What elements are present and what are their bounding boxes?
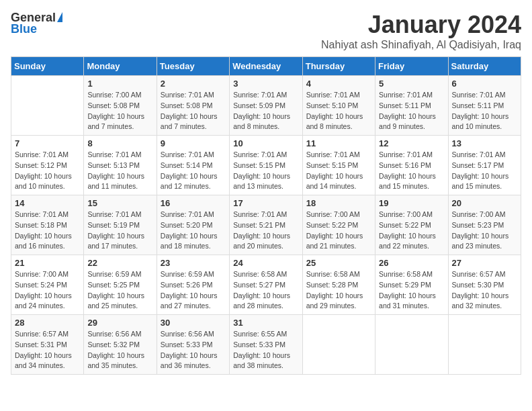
calendar-header-row: SundayMondayTuesdayWednesdayThursdayFrid…: [11, 57, 521, 76]
calendar-cell: [302, 315, 375, 375]
calendar-cell: 2Sunrise: 7:01 AMSunset: 5:08 PMDaylight…: [157, 76, 229, 136]
day-info: Sunrise: 7:01 AMSunset: 5:15 PMDaylight:…: [233, 150, 298, 192]
day-of-week-header: Monday: [84, 57, 157, 76]
day-number: 21: [15, 258, 80, 268]
day-info: Sunrise: 6:55 AMSunset: 5:33 PMDaylight:…: [233, 329, 298, 371]
calendar-cell: 11Sunrise: 7:01 AMSunset: 5:15 PMDayligh…: [302, 136, 375, 195]
calendar-cell: 3Sunrise: 7:01 AMSunset: 5:09 PMDaylight…: [230, 76, 302, 136]
calendar-cell: 13Sunrise: 7:01 AMSunset: 5:17 PMDayligh…: [448, 136, 521, 195]
calendar-cell: 26Sunrise: 6:58 AMSunset: 5:29 PMDayligh…: [375, 255, 448, 315]
day-info: Sunrise: 7:01 AMSunset: 5:16 PMDaylight:…: [379, 150, 444, 192]
calendar-cell: 22Sunrise: 6:59 AMSunset: 5:25 PMDayligh…: [84, 255, 157, 315]
day-number: 4: [306, 79, 371, 89]
day-number: 11: [306, 138, 371, 148]
calendar-cell: 31Sunrise: 6:55 AMSunset: 5:33 PMDayligh…: [230, 315, 302, 375]
calendar-cell: 30Sunrise: 6:56 AMSunset: 5:33 PMDayligh…: [157, 315, 229, 375]
month-title: January 2024: [321, 11, 521, 39]
day-info: Sunrise: 7:01 AMSunset: 5:12 PMDaylight:…: [15, 150, 80, 192]
calendar-cell: 17Sunrise: 7:01 AMSunset: 5:21 PMDayligh…: [230, 195, 302, 255]
calendar-cell: 6Sunrise: 7:01 AMSunset: 5:11 PMDaylight…: [448, 76, 521, 136]
day-info: Sunrise: 7:00 AMSunset: 5:08 PMDaylight:…: [87, 90, 152, 132]
calendar-cell: 9Sunrise: 7:01 AMSunset: 5:14 PMDaylight…: [157, 136, 229, 195]
location-title: Nahiyat ash Shinafiyah, Al Qadisiyah, Ir…: [321, 39, 521, 51]
calendar-header: SundayMondayTuesdayWednesdayThursdayFrid…: [11, 57, 521, 76]
day-number: 23: [161, 258, 226, 268]
day-info: Sunrise: 7:01 AMSunset: 5:08 PMDaylight:…: [161, 90, 226, 132]
day-info: Sunrise: 7:01 AMSunset: 5:17 PMDaylight:…: [452, 150, 517, 192]
day-info: Sunrise: 7:01 AMSunset: 5:14 PMDaylight:…: [161, 150, 226, 192]
day-info: Sunrise: 7:01 AMSunset: 5:13 PMDaylight:…: [87, 150, 152, 192]
day-number: 26: [379, 258, 444, 268]
logo: General Blue: [11, 11, 62, 36]
day-of-week-header: Tuesday: [157, 57, 229, 76]
day-info: Sunrise: 7:00 AMSunset: 5:23 PMDaylight:…: [452, 210, 517, 252]
header: General Blue January 2024 Nahiyat ash Sh…: [11, 11, 521, 51]
calendar-cell: 20Sunrise: 7:00 AMSunset: 5:23 PMDayligh…: [448, 195, 521, 255]
day-info: Sunrise: 6:57 AMSunset: 5:31 PMDaylight:…: [15, 329, 80, 371]
day-number: 6: [452, 79, 517, 89]
calendar-cell: 1Sunrise: 7:00 AMSunset: 5:08 PMDaylight…: [84, 76, 157, 136]
day-number: 8: [87, 138, 152, 148]
calendar-cell: [448, 315, 521, 375]
day-info: Sunrise: 6:58 AMSunset: 5:27 PMDaylight:…: [233, 269, 298, 312]
day-number: 5: [379, 79, 444, 89]
calendar-week-row: 1Sunrise: 7:00 AMSunset: 5:08 PMDaylight…: [11, 76, 521, 136]
calendar-cell: 8Sunrise: 7:01 AMSunset: 5:13 PMDaylight…: [84, 136, 157, 195]
day-number: 31: [233, 318, 298, 328]
day-info: Sunrise: 7:01 AMSunset: 5:20 PMDaylight:…: [161, 210, 226, 252]
calendar-cell: 21Sunrise: 7:00 AMSunset: 5:24 PMDayligh…: [11, 255, 84, 315]
calendar-table: SundayMondayTuesdayWednesdayThursdayFrid…: [11, 56, 521, 375]
calendar-cell: 14Sunrise: 7:01 AMSunset: 5:18 PMDayligh…: [11, 195, 84, 255]
calendar-week-row: 7Sunrise: 7:01 AMSunset: 5:12 PMDaylight…: [11, 136, 521, 195]
calendar-cell: 4Sunrise: 7:01 AMSunset: 5:10 PMDaylight…: [302, 76, 375, 136]
day-number: 20: [452, 198, 517, 208]
day-number: 3: [233, 79, 298, 89]
day-number: 13: [452, 138, 517, 148]
day-info: Sunrise: 7:00 AMSunset: 5:22 PMDaylight:…: [306, 210, 371, 252]
day-info: Sunrise: 7:00 AMSunset: 5:22 PMDaylight:…: [379, 210, 444, 252]
day-number: 24: [233, 258, 298, 268]
calendar-cell: 18Sunrise: 7:00 AMSunset: 5:22 PMDayligh…: [302, 195, 375, 255]
day-info: Sunrise: 7:00 AMSunset: 5:24 PMDaylight:…: [15, 269, 80, 312]
day-number: 14: [15, 198, 80, 208]
day-info: Sunrise: 6:56 AMSunset: 5:32 PMDaylight:…: [87, 329, 152, 371]
day-info: Sunrise: 7:01 AMSunset: 5:10 PMDaylight:…: [306, 90, 371, 132]
day-number: 12: [379, 138, 444, 148]
calendar-cell: 24Sunrise: 6:58 AMSunset: 5:27 PMDayligh…: [230, 255, 302, 315]
calendar-cell: [375, 315, 448, 375]
calendar-cell: 29Sunrise: 6:56 AMSunset: 5:32 PMDayligh…: [84, 315, 157, 375]
day-info: Sunrise: 7:01 AMSunset: 5:21 PMDaylight:…: [233, 210, 298, 252]
day-info: Sunrise: 6:58 AMSunset: 5:29 PMDaylight:…: [379, 269, 444, 312]
day-info: Sunrise: 7:01 AMSunset: 5:11 PMDaylight:…: [379, 90, 444, 132]
day-number: 2: [161, 79, 226, 89]
day-number: 15: [87, 198, 152, 208]
calendar-cell: 12Sunrise: 7:01 AMSunset: 5:16 PMDayligh…: [375, 136, 448, 195]
calendar-week-row: 21Sunrise: 7:00 AMSunset: 5:24 PMDayligh…: [11, 255, 521, 315]
day-number: 25: [306, 258, 371, 268]
calendar-cell: 5Sunrise: 7:01 AMSunset: 5:11 PMDaylight…: [375, 76, 448, 136]
day-number: 29: [87, 318, 152, 328]
calendar-cell: 7Sunrise: 7:01 AMSunset: 5:12 PMDaylight…: [11, 136, 84, 195]
logo-blue-text: Blue: [11, 22, 37, 36]
day-of-week-header: Saturday: [448, 57, 521, 76]
calendar-cell: 10Sunrise: 7:01 AMSunset: 5:15 PMDayligh…: [230, 136, 302, 195]
day-info: Sunrise: 6:59 AMSunset: 5:26 PMDaylight:…: [161, 269, 226, 312]
logo-triangle-icon: [57, 12, 62, 22]
calendar-cell: 27Sunrise: 6:57 AMSunset: 5:30 PMDayligh…: [448, 255, 521, 315]
day-info: Sunrise: 7:01 AMSunset: 5:09 PMDaylight:…: [233, 90, 298, 132]
day-info: Sunrise: 7:01 AMSunset: 5:19 PMDaylight:…: [87, 210, 152, 252]
day-info: Sunrise: 7:01 AMSunset: 5:18 PMDaylight:…: [15, 210, 80, 252]
day-of-week-header: Thursday: [302, 57, 375, 76]
day-number: 9: [161, 138, 226, 148]
day-of-week-header: Friday: [375, 57, 448, 76]
day-info: Sunrise: 6:59 AMSunset: 5:25 PMDaylight:…: [87, 269, 152, 312]
day-number: 10: [233, 138, 298, 148]
calendar-cell: 15Sunrise: 7:01 AMSunset: 5:19 PMDayligh…: [84, 195, 157, 255]
calendar-cell: 16Sunrise: 7:01 AMSunset: 5:20 PMDayligh…: [157, 195, 229, 255]
calendar-cell: 25Sunrise: 6:58 AMSunset: 5:28 PMDayligh…: [302, 255, 375, 315]
day-number: 17: [233, 198, 298, 208]
calendar-cell: [11, 76, 84, 136]
day-info: Sunrise: 7:01 AMSunset: 5:11 PMDaylight:…: [452, 90, 517, 132]
day-number: 27: [452, 258, 517, 268]
day-number: 19: [379, 198, 444, 208]
